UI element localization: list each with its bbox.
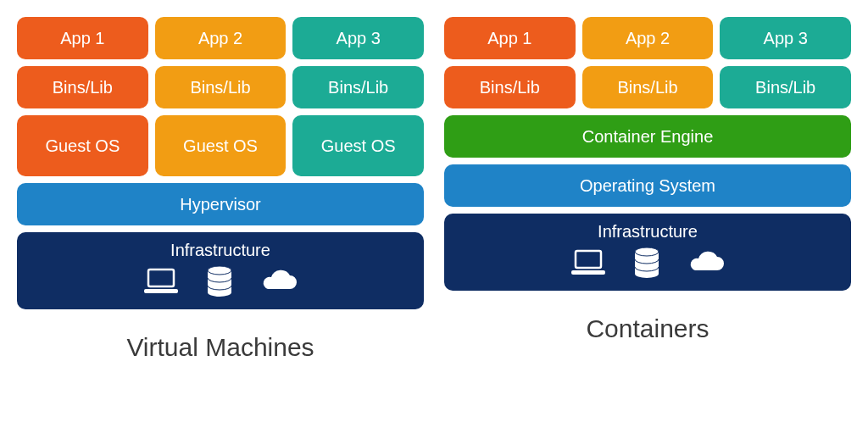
vm-bins-2: Bins/Lib (155, 66, 287, 108)
vm-app-3: App 3 (292, 17, 424, 59)
vm-infrastructure-label: Infrastructure (170, 241, 270, 260)
ct-infrastructure-label: Infrastructure (598, 222, 698, 242)
vm-hypervisor-layer: Hypervisor (17, 183, 424, 225)
laptop-icon (570, 248, 607, 277)
ct-app-3: App 3 (720, 17, 851, 59)
laptop-icon (142, 267, 180, 296)
vm-bins-row: Bins/Lib Bins/Lib Bins/Lib (17, 66, 424, 108)
vm-app-1: App 1 (17, 17, 148, 59)
ct-app-1: App 1 (444, 17, 576, 59)
ct-infra-icons (570, 247, 726, 279)
svg-rect-5 (571, 270, 605, 275)
ct-infrastructure-layer: Infrastructure (444, 214, 851, 291)
vm-infrastructure-layer: Infrastructure (17, 232, 424, 309)
database-icon (205, 265, 234, 297)
vm-guestos-3: Guest OS (292, 115, 424, 176)
vm-guestos-1: Guest OS (17, 115, 148, 176)
svg-rect-4 (576, 251, 601, 268)
cloud-icon (687, 250, 726, 275)
vm-column: Infrastructure Hypervisor Guest OS Guest… (17, 17, 424, 431)
ct-caption: Containers (444, 314, 851, 343)
vm-infra-icons (142, 265, 298, 297)
vm-app-2: App 2 (155, 17, 287, 59)
vm-guestos-2: Guest OS (155, 115, 287, 176)
cloud-icon (259, 269, 298, 294)
ct-stack: Infrastructure Operating System Containe… (444, 17, 851, 291)
ct-app-2: App 2 (582, 17, 714, 59)
vm-bins-1: Bins/Lib (17, 66, 148, 108)
svg-rect-0 (148, 270, 174, 286)
ct-bins-row: Bins/Lib Bins/Lib Bins/Lib (444, 66, 851, 108)
ct-column: Infrastructure Operating System Containe… (444, 17, 851, 431)
ct-bins-1: Bins/Lib (444, 66, 576, 108)
vm-caption: Virtual Machines (17, 333, 424, 362)
vm-apps-row: App 1 App 2 App 3 (17, 17, 424, 59)
ct-bins-2: Bins/Lib (582, 66, 714, 108)
svg-rect-1 (144, 289, 178, 293)
ct-os-layer: Operating System (444, 164, 851, 207)
vm-bins-3: Bins/Lib (292, 66, 424, 108)
ct-engine-layer: Container Engine (444, 115, 851, 158)
database-icon (632, 247, 661, 279)
ct-bins-3: Bins/Lib (720, 66, 851, 108)
ct-apps-row: App 1 App 2 App 3 (444, 17, 851, 59)
vm-guestos-row: Guest OS Guest OS Guest OS (17, 115, 424, 176)
vm-stack: Infrastructure Hypervisor Guest OS Guest… (17, 17, 424, 309)
